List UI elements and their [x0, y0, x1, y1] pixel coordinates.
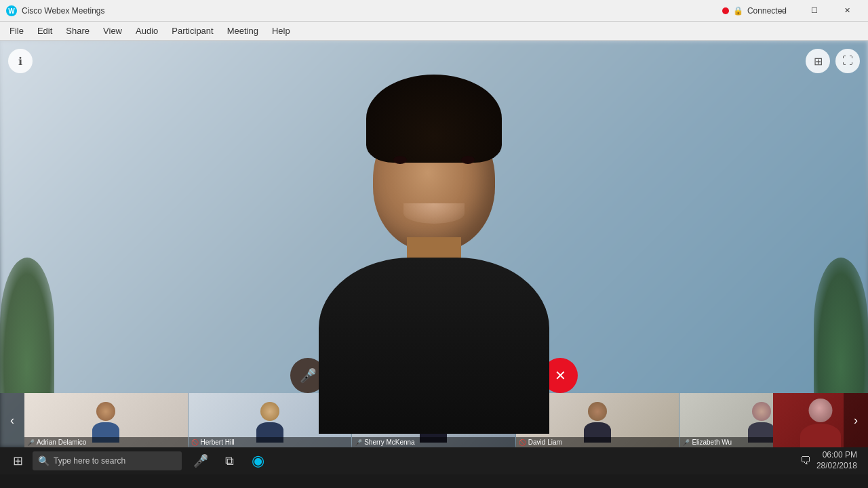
grid-view-button[interactable]: ⊞ — [806, 49, 830, 73]
start-button[interactable]: ⊞ — [5, 447, 30, 474]
menu-share[interactable]: Share — [59, 23, 96, 39]
grid-icon: ⊞ — [814, 55, 823, 68]
end-icon: ✕ — [555, 367, 566, 384]
close-button[interactable]: ✕ — [831, 0, 863, 22]
search-icon: 🔍 — [38, 455, 50, 466]
taskbar-pinned-icons: 🎤 ⧉ ◉ — [189, 447, 270, 474]
plant-right — [814, 258, 868, 393]
taskbar-task-icon[interactable]: ⧉ — [217, 447, 241, 474]
strip-next-button[interactable]: › — [844, 393, 868, 447]
thumb-name-4: David Liam — [528, 439, 562, 446]
menu-participant[interactable]: Participant — [165, 23, 220, 39]
thumb-head-4 — [588, 402, 607, 421]
task-icon: ⧉ — [225, 454, 234, 468]
taskbar-mic-icon[interactable]: 🎤 — [189, 447, 213, 474]
menu-view[interactable]: View — [96, 23, 129, 39]
thumb-mic-icon-2: 🚫 — [191, 439, 199, 446]
thumb-mic-icon-1: 🎤 — [27, 439, 35, 446]
maximize-button[interactable]: ☐ — [799, 0, 830, 22]
thumb-name-1: Adrian Delamico — [37, 439, 86, 446]
taskbar-cortana-icon[interactable]: ◉ — [245, 447, 270, 474]
menu-bar: File Edit Share View Audio Participant M… — [0, 22, 868, 41]
thumb-mic-icon-5: 🎤 — [682, 439, 690, 446]
thumb-label-3: 🎤 Sherry McKenna — [352, 437, 515, 447]
main-video-area: ℹ Catherine Sinu ✦ ⊞ ⛶ 🎤 📷 ⬆ 👤 💬 — [0, 41, 868, 447]
thumb-label-2: 🚫 Herbert Hill — [189, 437, 352, 447]
thumb-name-5: Elizabeth Wu — [692, 439, 732, 446]
menu-edit[interactable]: Edit — [31, 23, 59, 39]
info-icon: ℹ — [18, 55, 22, 68]
menu-help[interactable]: Help — [265, 23, 297, 39]
app-title: Cisco Webex Meetings — [22, 6, 766, 16]
windows-taskbar: ⊞ 🔍 Type here to search 🎤 ⧉ ◉ 🗨 06:00 PM… — [0, 447, 868, 474]
search-placeholder: Type here to search — [54, 456, 125, 466]
info-button[interactable]: ℹ — [8, 49, 33, 73]
top-right-controls: ⊞ ⛶ — [806, 49, 860, 73]
main-speaker-video — [0, 41, 868, 447]
connection-label: Connected — [747, 6, 787, 16]
thumb-person-2 — [253, 399, 287, 443]
app-logo: W — [5, 5, 18, 17]
thumb-label-1: 🎤 Adrian Delamico — [24, 437, 188, 447]
mic-taskbar-icon: 🎤 — [193, 453, 208, 468]
title-bar: W Cisco Webex Meetings 🔒 Connected — ☐ ✕ — [0, 0, 868, 22]
mic-icon: 🎤 — [300, 367, 317, 384]
thumb-mic-icon-3: 🎤 — [355, 439, 362, 446]
self-body — [800, 424, 841, 447]
thumb-person-4 — [580, 399, 614, 443]
cortana-icon: ◉ — [252, 452, 264, 470]
taskbar-search-box[interactable]: 🔍 Type here to search — [33, 451, 182, 470]
date-display: 28/02/2018 — [816, 461, 857, 472]
thumb-head-1 — [96, 402, 115, 421]
strip-prev-button[interactable]: ‹ — [0, 393, 24, 447]
lock-icon: 🔒 — [733, 6, 743, 16]
fullscreen-button[interactable]: ⛶ — [835, 49, 860, 73]
thumb-head-2 — [260, 402, 279, 421]
clock: 06:00 PM 28/02/2018 — [816, 450, 857, 471]
participant-thumbnail-1[interactable]: 🎤 Adrian Delamico — [24, 393, 189, 447]
menu-meeting[interactable]: Meeting — [220, 23, 265, 39]
connection-status-area: 🔒 Connected — [722, 0, 787, 22]
time-display: 06:00 PM — [816, 450, 857, 461]
thumb-name-3: Sherry McKenna — [364, 439, 414, 446]
self-head — [809, 399, 833, 422]
windows-icon: ⊞ — [13, 453, 23, 468]
thumb-head-5 — [752, 402, 771, 421]
menu-audio[interactable]: Audio — [129, 23, 165, 39]
notification-icon[interactable]: 🗨 — [800, 455, 811, 467]
menu-file[interactable]: File — [3, 23, 31, 39]
taskbar-right-area: 🗨 06:00 PM 28/02/2018 — [800, 450, 863, 471]
thumb-mic-icon-4: 🚫 — [519, 439, 526, 446]
thumb-name-2: Herbert Hill — [201, 439, 235, 446]
thumb-label-4: 🚫 David Liam — [516, 437, 679, 447]
fullscreen-icon: ⛶ — [842, 55, 853, 67]
svg-text:W: W — [8, 7, 15, 15]
thumb-person-1 — [89, 399, 123, 443]
status-indicator — [722, 7, 729, 14]
plant-left — [0, 258, 54, 393]
